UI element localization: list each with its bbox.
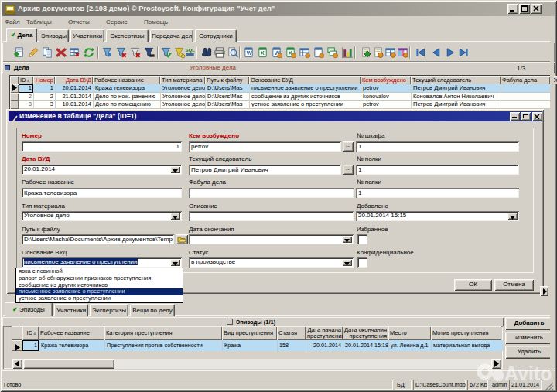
svg-text:Avito: Avito: [504, 363, 552, 384]
svg-text:X: X: [261, 49, 265, 56]
svg-text:SQL: SQL: [185, 47, 195, 53]
svg-text:W: W: [247, 49, 253, 56]
